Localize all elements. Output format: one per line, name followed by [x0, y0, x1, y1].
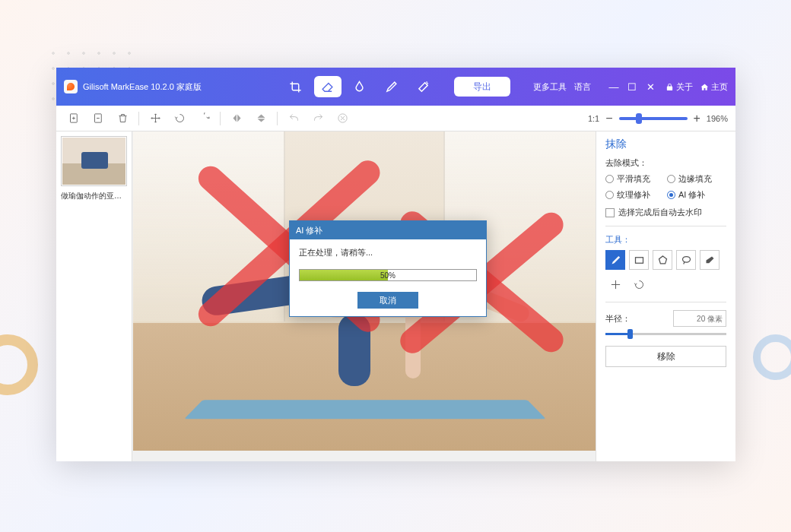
- mode-smooth-radio[interactable]: 平滑填充: [605, 173, 650, 185]
- zoom-percent-label: 196%: [707, 114, 728, 123]
- home-link[interactable]: 主页: [700, 81, 728, 93]
- app-logo-icon: [64, 80, 78, 93]
- progress-bar: 50%: [299, 269, 477, 281]
- radius-input[interactable]: [673, 310, 726, 327]
- brush-tool[interactable]: [378, 76, 405, 97]
- add-file-button[interactable]: [64, 109, 84, 128]
- export-button[interactable]: 导出: [454, 77, 510, 97]
- about-link[interactable]: 关于: [666, 81, 693, 93]
- titlebar: Gilisoft MarkEase 10.2.0 家庭版 导出 更多工具 语言 …: [56, 68, 735, 106]
- erase-tool[interactable]: [314, 76, 341, 97]
- crop-tool[interactable]: [282, 76, 310, 97]
- minimize-button[interactable]: —: [606, 79, 621, 94]
- mode-edge-radio[interactable]: 边缘填充: [667, 173, 712, 185]
- flip-vertical-button[interactable]: [251, 109, 271, 128]
- rectangle-shape-button[interactable]: [629, 250, 649, 270]
- auto-remove-checkbox[interactable]: 选择完成后自动去水印: [605, 207, 726, 218]
- reset-selection-button[interactable]: [629, 274, 649, 294]
- dialog-title: AI 修补: [290, 221, 486, 239]
- zoom-out-button[interactable]: −: [605, 112, 612, 125]
- maximize-button[interactable]: ☐: [624, 79, 640, 94]
- language-link[interactable]: 语言: [574, 81, 591, 93]
- flip-horizontal-button[interactable]: [227, 109, 246, 128]
- blur-tool[interactable]: [346, 76, 373, 97]
- thumbnail-item[interactable]: [61, 136, 127, 186]
- remove-file-button[interactable]: [88, 109, 108, 128]
- zoom-in-button[interactable]: +: [694, 112, 700, 125]
- thumbnail-panel: 做瑜伽动作的亚洲...: [56, 131, 132, 461]
- thumbnail-image: [62, 138, 125, 185]
- more-tools-link[interactable]: 更多工具: [533, 81, 567, 93]
- radius-slider[interactable]: [605, 333, 726, 335]
- mode-texture-radio[interactable]: 纹理修补: [605, 189, 650, 201]
- radius-label: 半径：: [605, 313, 631, 325]
- svg-rect-3: [635, 257, 643, 263]
- mode-label: 去除模式：: [605, 157, 726, 169]
- mode-ai-radio[interactable]: AI 修补: [667, 189, 705, 201]
- progress-dialog: AI 修补 正在处理，请稍等... 50% 取消: [289, 220, 487, 317]
- side-panel: 抹除 去除模式： 平滑填充 边缘填充 纹理修补 AI 修补 选择完成后自动去水印…: [596, 131, 735, 461]
- move-selection-button[interactable]: [605, 274, 625, 294]
- window-title: Gilisoft MarkEase 10.2.0 家庭版: [83, 81, 202, 93]
- panel-title: 抹除: [605, 138, 726, 151]
- move-icon[interactable]: [145, 109, 165, 128]
- secondary-toolbar: 1:1 − + 196%: [56, 106, 735, 131]
- zoom-slider[interactable]: [619, 117, 688, 120]
- remove-button[interactable]: 移除: [605, 346, 726, 367]
- tools-label: 工具：: [605, 234, 726, 245]
- dialog-message: 正在处理，请稍等...: [299, 247, 477, 258]
- zoom-ratio-label[interactable]: 1:1: [588, 114, 599, 123]
- delete-button[interactable]: [113, 109, 132, 128]
- rotate-left-button[interactable]: [170, 109, 189, 128]
- polygon-shape-button[interactable]: [653, 250, 672, 270]
- cancel-button[interactable]: 取消: [357, 292, 418, 309]
- eraser-shape-button[interactable]: [700, 250, 720, 270]
- clear-button[interactable]: [332, 109, 352, 128]
- brush-shape-button[interactable]: [605, 250, 625, 270]
- svg-point-4: [682, 256, 690, 262]
- lasso-shape-button[interactable]: [676, 250, 696, 270]
- thumbnail-caption: 做瑜伽动作的亚洲...: [61, 189, 127, 203]
- undo-button[interactable]: [284, 109, 303, 128]
- close-button[interactable]: ✕: [643, 79, 658, 94]
- wand-tool[interactable]: [410, 76, 437, 97]
- rotate-right-button[interactable]: [194, 109, 214, 128]
- progress-percent: 50%: [380, 271, 396, 280]
- redo-button[interactable]: [308, 109, 328, 128]
